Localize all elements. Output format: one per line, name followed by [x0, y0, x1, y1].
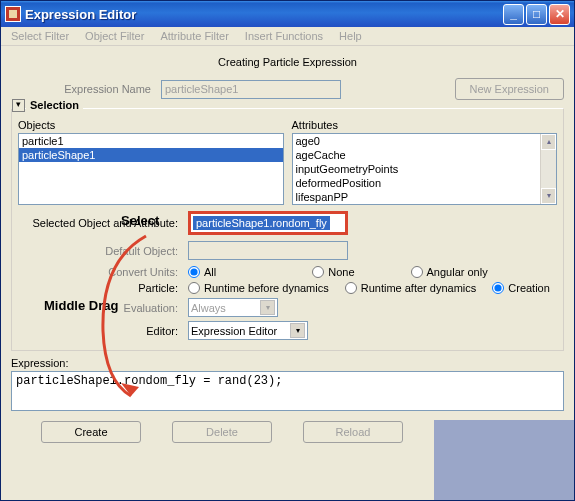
mode-label: Creating Particle Expression: [11, 56, 564, 68]
objects-label: Objects: [18, 119, 284, 131]
radio-before-dynamics[interactable]: Runtime before dynamics: [188, 282, 329, 294]
menu-select-filter[interactable]: Select Filter: [3, 28, 77, 44]
selected-attr-label: Selected Object and Attribute:: [18, 217, 188, 229]
app-icon: [5, 6, 21, 22]
radio-input[interactable]: [411, 266, 423, 278]
selection-fieldset: ▾ Selection Objects particle1 particleSh…: [11, 108, 564, 351]
menu-help[interactable]: Help: [331, 28, 370, 44]
particle-label: Particle:: [18, 282, 188, 294]
chevron-down-icon: ▾: [260, 300, 275, 315]
expression-editor-window: Expression Editor _ □ ✕ Select Filter Ob…: [0, 0, 575, 501]
convert-units-label: Convert Units:: [18, 266, 188, 278]
radio-none[interactable]: None: [312, 266, 354, 278]
radio-after-dynamics[interactable]: Runtime after dynamics: [345, 282, 477, 294]
scroll-down-icon[interactable]: ▾: [541, 188, 556, 204]
evaluation-label: Evaluation:: [18, 302, 188, 314]
menu-object-filter[interactable]: Object Filter: [77, 28, 152, 44]
create-button[interactable]: Create: [41, 421, 141, 443]
collapse-toggle[interactable]: ▾: [12, 99, 25, 112]
selected-attr-value: particleShape1.rondom_fly: [193, 216, 330, 230]
radio-creation[interactable]: Creation: [492, 282, 550, 294]
list-item[interactable]: rondom_fly: [293, 204, 557, 205]
scroll-up-icon[interactable]: ▴: [541, 134, 556, 150]
reload-button[interactable]: Reload: [303, 421, 403, 443]
radio-input[interactable]: [345, 282, 357, 294]
radio-input[interactable]: [492, 282, 504, 294]
chevron-down-icon: ▾: [290, 323, 305, 338]
menubar: Select Filter Object Filter Attribute Fi…: [1, 27, 574, 46]
radio-input[interactable]: [188, 282, 200, 294]
evaluation-select[interactable]: Always▾: [188, 298, 278, 317]
content-area: Creating Particle Expression Expression …: [1, 46, 574, 449]
objects-listbox[interactable]: particle1 particleShape1: [18, 133, 284, 205]
attributes-listbox[interactable]: age0 ageCache inputGeometryPoints deform…: [292, 133, 558, 205]
radio-input[interactable]: [312, 266, 324, 278]
editor-select[interactable]: Expression Editor▾: [188, 321, 308, 340]
window-title: Expression Editor: [25, 7, 503, 22]
radio-input[interactable]: [188, 266, 200, 278]
selected-attr-input[interactable]: particleShape1.rondom_fly: [188, 211, 348, 235]
watermark: [434, 420, 574, 500]
list-item[interactable]: lifespanPP: [293, 190, 557, 204]
radio-angular[interactable]: Angular only: [411, 266, 488, 278]
default-object-label: Default Object:: [18, 245, 188, 257]
default-object-input[interactable]: [188, 241, 348, 260]
expression-name-input[interactable]: [161, 80, 341, 99]
delete-button[interactable]: Delete: [172, 421, 272, 443]
menu-insert-functions[interactable]: Insert Functions: [237, 28, 331, 44]
titlebar: Expression Editor _ □ ✕: [1, 1, 574, 27]
maximize-button[interactable]: □: [526, 4, 547, 25]
selection-legend: Selection: [26, 99, 83, 111]
list-item[interactable]: ageCache: [293, 148, 557, 162]
expression-name-row: Expression Name New Expression: [11, 78, 564, 100]
menu-attribute-filter[interactable]: Attribute Filter: [152, 28, 236, 44]
expression-label: Expression:: [11, 357, 564, 369]
list-item[interactable]: particleShape1: [19, 148, 283, 162]
expression-textarea[interactable]: [11, 371, 564, 411]
editor-label: Editor:: [18, 325, 188, 337]
new-expression-button[interactable]: New Expression: [455, 78, 564, 100]
list-item[interactable]: age0: [293, 134, 557, 148]
list-item[interactable]: deformedPosition: [293, 176, 557, 190]
close-button[interactable]: ✕: [549, 4, 570, 25]
list-item[interactable]: inputGeometryPoints: [293, 162, 557, 176]
expression-name-label: Expression Name: [11, 83, 161, 95]
attributes-label: Attributes: [292, 119, 558, 131]
scrollbar[interactable]: ▴ ▾: [540, 134, 556, 204]
radio-all[interactable]: All: [188, 266, 216, 278]
window-buttons: _ □ ✕: [503, 4, 570, 25]
minimize-button[interactable]: _: [503, 4, 524, 25]
list-item[interactable]: particle1: [19, 134, 283, 148]
